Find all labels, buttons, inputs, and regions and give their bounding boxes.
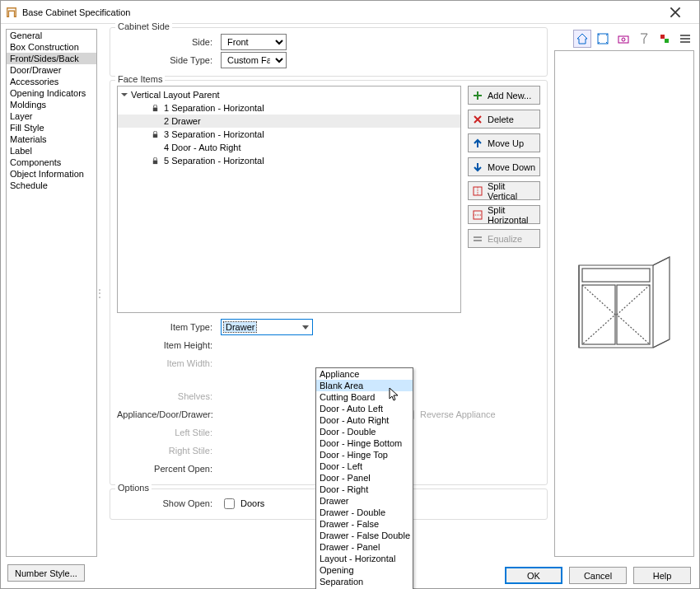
split-horizontal-button[interactable]: Split Horizontal [468, 205, 540, 224]
opt-door-hinge-top[interactable]: Door - Hinge Top [316, 449, 413, 460]
nav-accessories[interactable]: Accessories [7, 76, 96, 87]
close-icon [670, 7, 681, 18]
doors-checkbox[interactable]: Doors [221, 496, 328, 512]
ok-button[interactable]: OK [505, 567, 562, 584]
face-items-tree[interactable]: Vertical Layout Parent 1 Separation - Ho… [117, 86, 461, 313]
help-button[interactable]: Help [633, 567, 691, 584]
tree-item-2[interactable]: 2 Drawer [118, 115, 460, 128]
cabinet-side-label: Cabinet Side [115, 21, 172, 31]
nav-components[interactable]: Components [7, 157, 96, 168]
lock-icon [151, 130, 159, 138]
move-up-button[interactable]: Move Up [468, 133, 540, 152]
nav-fill-style[interactable]: Fill Style [7, 122, 96, 133]
nav-materials[interactable]: Materials [7, 133, 96, 145]
nav-box-construction[interactable]: Box Construction [7, 41, 96, 53]
opt-drawer-double[interactable]: Drawer - Double [316, 507, 413, 518]
move-down-button[interactable]: Move Down [468, 157, 540, 176]
show-open-label: Show Open: [117, 498, 221, 508]
split-vertical-button[interactable]: Split Vertical [468, 181, 540, 200]
opt-layout-horizontal[interactable]: Layout - Horizontal [316, 553, 413, 564]
left-stile-label: Left Stile: [117, 428, 221, 437]
side-select[interactable]: Front [221, 34, 287, 50]
opt-door-panel[interactable]: Door - Panel [316, 472, 413, 484]
arrow-down-icon [472, 161, 483, 173]
opt-door-double[interactable]: Door - Double [316, 426, 413, 437]
cabinet-side-group: Cabinet Side Side: Front Side Type: Cust… [110, 27, 548, 77]
split-horizontal-icon [472, 209, 483, 221]
category-list[interactable]: General Box Construction Front/Sides/Bac… [6, 29, 97, 557]
delete-button[interactable]: Delete [468, 110, 540, 129]
svg-rect-19 [617, 285, 650, 344]
number-style-button[interactable]: Number Style... [7, 564, 85, 582]
svg-rect-17 [582, 269, 650, 282]
nav-layer[interactable]: Layer [7, 110, 96, 122]
tree-item-4[interactable]: 4 Door - Auto Right [118, 141, 460, 154]
svg-rect-1 [152, 133, 156, 138]
shelves-label: Shelves: [117, 391, 221, 401]
equalize-button[interactable]: Equalize [468, 229, 540, 248]
opt-drawer-panel[interactable]: Drawer - Panel [316, 541, 413, 553]
opt-door-hinge-bottom[interactable]: Door - Hinge Bottom [316, 437, 413, 449]
nav-schedule[interactable]: Schedule [7, 180, 96, 191]
svg-rect-18 [582, 285, 615, 344]
cabinet-preview-icon [571, 249, 678, 356]
nav-object-information[interactable]: Object Information [7, 168, 96, 180]
nav-moldings[interactable]: Moldings [7, 99, 96, 110]
opt-door-right[interactable]: Door - Right [316, 484, 413, 495]
tree-item-1[interactable]: 1 Separation - Horizontal [118, 101, 460, 115]
add-new-button[interactable]: Add New... [468, 86, 540, 105]
preview-canvas[interactable] [554, 50, 694, 557]
close-button[interactable] [661, 3, 694, 21]
x-icon [472, 114, 483, 125]
nav-door-drawer[interactable]: Door/Drawer [7, 64, 96, 76]
options-label: Options [115, 483, 152, 493]
tool-color-icon[interactable] [656, 30, 674, 48]
tool-settings-icon[interactable] [676, 30, 694, 48]
adf-label: Appliance/Door/Drawer: [117, 409, 221, 419]
opt-door-left[interactable]: Door - Left [316, 460, 413, 472]
percent-open-label: Percent Open: [117, 464, 221, 474]
tool-extents-icon[interactable] [594, 30, 612, 48]
right-stile-label: Right Stile: [117, 446, 221, 456]
item-height-label: Item Height: [117, 340, 221, 350]
nav-opening-indicators[interactable]: Opening Indicators [7, 87, 96, 99]
item-type-label: Item Type: [117, 322, 221, 332]
window-title: Base Cabinet Specification [22, 7, 661, 17]
opt-drawer-false-double[interactable]: Drawer - False Double [316, 530, 413, 541]
side-label: Side: [117, 37, 221, 47]
tool-home-icon[interactable] [573, 30, 591, 48]
tree-item-5[interactable]: 5 Separation - Horizontal [118, 154, 460, 167]
opt-blank-area[interactable]: Blank Area [316, 380, 413, 391]
opt-drawer[interactable]: Drawer [316, 495, 413, 507]
arrow-up-icon [472, 138, 483, 149]
item-type-dropdown[interactable]: Appliance Blank Area Cutting Board Door … [315, 367, 413, 589]
nav-label[interactable]: Label [7, 145, 96, 157]
opt-door-auto-left[interactable]: Door - Auto Left [316, 403, 413, 414]
opt-appliance[interactable]: Appliance [316, 368, 413, 380]
item-width-label: Item Width: [117, 358, 221, 368]
tree-item-3[interactable]: 3 Separation - Horizontal [118, 128, 460, 141]
side-type-select[interactable]: Custom Face [221, 52, 287, 68]
tool-camera-icon[interactable] [614, 30, 632, 48]
face-items-label: Face Items [115, 74, 165, 84]
lock-icon [151, 157, 159, 165]
svg-rect-10 [618, 36, 628, 43]
opt-separation[interactable]: Separation [316, 576, 413, 587]
nav-front-sides-back[interactable]: Front/Sides/Back [7, 53, 96, 64]
opt-opening[interactable]: Opening [316, 564, 413, 576]
nav-general[interactable]: General [7, 30, 96, 41]
svg-rect-13 [665, 39, 669, 43]
side-type-label: Side Type: [117, 55, 221, 65]
tree-parent[interactable]: Vertical Layout Parent [118, 88, 460, 101]
opt-drawer-false[interactable]: Drawer - False [316, 518, 413, 530]
lock-icon [151, 104, 159, 112]
split-vertical-icon [472, 185, 483, 197]
tool-glass-icon[interactable] [635, 30, 653, 48]
opt-door-auto-right[interactable]: Door - Auto Right [316, 414, 413, 426]
reverse-appliance-check[interactable]: Reverse Appliance [400, 407, 496, 423]
equalize-icon [472, 233, 483, 245]
item-type-select[interactable]: Drawer [221, 319, 313, 335]
cancel-button[interactable]: Cancel [569, 567, 627, 584]
svg-rect-12 [660, 35, 665, 39]
opt-cutting-board[interactable]: Cutting Board [316, 391, 413, 403]
